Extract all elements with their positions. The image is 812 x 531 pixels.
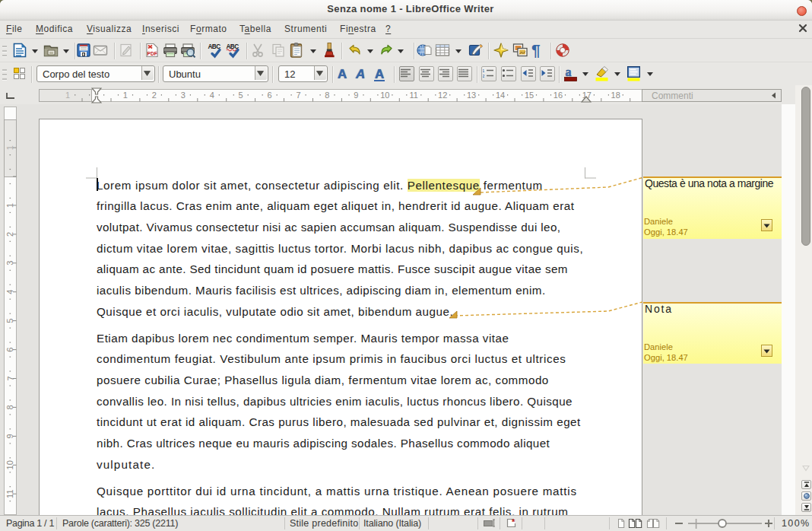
- svg-text:12: 12: [438, 91, 447, 100]
- svg-text:1: 1: [483, 68, 485, 73]
- svg-text:1: 1: [123, 91, 128, 100]
- svg-text:15: 15: [525, 91, 534, 100]
- svg-text:10: 10: [380, 91, 389, 100]
- svg-text:9: 9: [354, 91, 358, 100]
- svg-text:3: 3: [181, 91, 186, 100]
- svg-text:ABC: ABC: [208, 43, 221, 50]
- svg-text:14: 14: [496, 91, 505, 100]
- svg-text:PDF: PDF: [147, 51, 157, 56]
- svg-text:a: a: [566, 65, 572, 78]
- svg-text:7: 7: [296, 91, 300, 100]
- svg-text:2: 2: [483, 74, 485, 78]
- svg-text:18: 18: [611, 91, 620, 100]
- svg-text:16: 16: [553, 91, 563, 100]
- svg-text:ABC: ABC: [227, 43, 239, 50]
- svg-text:11: 11: [409, 91, 417, 100]
- svg-text:2: 2: [152, 91, 157, 100]
- svg-text:6: 6: [268, 91, 272, 100]
- svg-text:1: 1: [65, 91, 70, 100]
- svg-text:*: *: [512, 518, 515, 526]
- svg-text:5: 5: [239, 91, 243, 100]
- svg-text:8: 8: [325, 91, 329, 100]
- svg-text:13: 13: [467, 91, 476, 100]
- svg-text:4: 4: [210, 91, 214, 100]
